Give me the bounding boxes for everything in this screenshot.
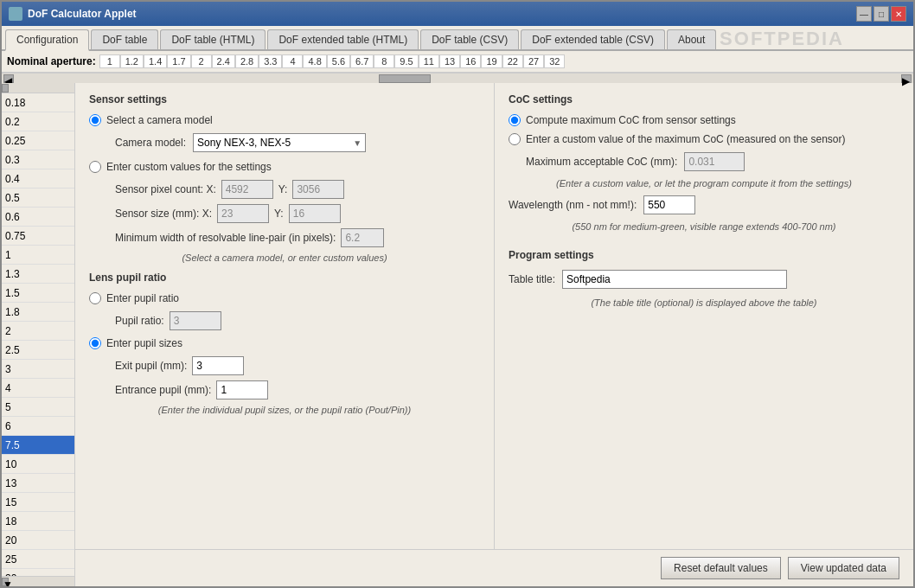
tab-configuration[interactable]: Configuration: [5, 29, 89, 51]
sidebar-row-13[interactable]: 1.3: [2, 265, 74, 284]
sidebar-row-5[interactable]: 5: [2, 398, 74, 417]
view-updated-button[interactable]: View updated data: [788, 557, 899, 579]
aperture-1[interactable]: 1: [99, 54, 120, 68]
aperture-33[interactable]: 3.3: [259, 54, 282, 68]
entrance-pupil-row: Entrance pupil (mm):: [115, 380, 480, 399]
aperture-27[interactable]: 27: [523, 54, 544, 68]
reset-button[interactable]: Reset default values: [661, 557, 781, 579]
sidebar-row-04[interactable]: 0.4: [2, 169, 74, 189]
tab-dof-extended-csv[interactable]: DoF extended table (CSV): [521, 29, 665, 49]
sidebar-row-75[interactable]: 7.5: [2, 436, 74, 455]
sidebar-vscroll-bottom[interactable]: ▼: [2, 576, 74, 586]
aperture-32[interactable]: 32: [544, 54, 565, 68]
sidebar-row-25b[interactable]: 25: [2, 550, 74, 569]
aperture-14[interactable]: 1.4: [144, 54, 167, 68]
camera-model-value: Sony NEX-3, NEX-5: [197, 137, 291, 149]
sidebar-row-20[interactable]: 20: [2, 531, 74, 550]
close-button[interactable]: ✕: [891, 6, 906, 22]
radio-custom-sensor[interactable]: [89, 161, 101, 173]
sidebar-row-18[interactable]: 1.8: [2, 303, 74, 322]
camera-model-combo[interactable]: Sony NEX-3, NEX-5 ▼: [193, 133, 366, 152]
entrance-pupil-input[interactable]: [216, 380, 268, 399]
aperture-67[interactable]: 6.7: [350, 54, 374, 68]
aperture-24[interactable]: 2.4: [212, 54, 235, 68]
sidebar-row-10[interactable]: 10: [2, 455, 74, 474]
sidebar-row-03[interactable]: 0.3: [2, 150, 74, 169]
sidebar-row-18b[interactable]: 18: [2, 512, 74, 531]
tab-about[interactable]: About: [667, 29, 716, 49]
aperture-28[interactable]: 2.8: [235, 54, 259, 68]
sidebar-row-075[interactable]: 0.75: [2, 227, 74, 246]
sidebar-hscroll-thumb[interactable]: [2, 84, 9, 93]
tab-dof-table-csv[interactable]: DoF table (CSV): [420, 29, 519, 49]
pixel-count-y-input[interactable]: [292, 180, 344, 199]
radio-custom-coc[interactable]: [509, 133, 521, 145]
pupil-note: (Enter the individual pupil sizes, or th…: [89, 405, 480, 415]
hscroll-left-btn[interactable]: ◀: [3, 74, 14, 83]
sidebar-row-30[interactable]: 30: [2, 569, 74, 576]
sidebar-row-6[interactable]: 6: [2, 417, 74, 436]
aperture-2[interactable]: 2: [191, 54, 212, 68]
aperture-19[interactable]: 19: [481, 54, 502, 68]
sidebar-row-15b[interactable]: 15: [2, 493, 74, 512]
aperture-12[interactable]: 1.2: [120, 54, 144, 68]
table-title-input[interactable]: [562, 270, 787, 289]
sidebar-row-02[interactable]: 0.2: [2, 112, 74, 131]
title-bar: DoF Calculator Applet — □ ✕: [2, 2, 913, 26]
sidebar-row-018[interactable]: 0.18: [2, 93, 74, 112]
pupil-ratio-input[interactable]: [170, 311, 221, 330]
sidebar-row-06[interactable]: 0.6: [2, 208, 74, 227]
radio-camera-model[interactable]: [89, 114, 101, 126]
pixel-count-x-input[interactable]: [221, 180, 273, 199]
wavelength-input[interactable]: [643, 195, 695, 214]
sidebar-row-05[interactable]: 0.5: [2, 189, 74, 208]
tab-dof-table-html[interactable]: DoF table (HTML): [160, 29, 266, 49]
min-width-input[interactable]: [341, 228, 384, 247]
window-title: DoF Calculator Applet: [28, 8, 137, 20]
sensor-size-y-label: Y:: [274, 208, 284, 220]
aperture-56[interactable]: 5.6: [327, 54, 350, 68]
sidebar-row-2[interactable]: 2: [2, 322, 74, 341]
sidebar-row-3[interactable]: 3: [2, 360, 74, 379]
sidebar-row-25[interactable]: 2.5: [2, 341, 74, 360]
aperture-17[interactable]: 1.7: [167, 54, 190, 68]
sidebar-hscroll[interactable]: [2, 83, 74, 93]
aperture-22[interactable]: 22: [502, 54, 523, 68]
tab-dof-extended-html[interactable]: DoF extended table (HTML): [267, 29, 419, 49]
aperture-16[interactable]: 16: [460, 54, 481, 68]
radio-custom-label: Enter custom values for the settings: [106, 161, 272, 173]
sidebar-row-1[interactable]: 1: [2, 246, 74, 265]
sensor-size-x-input[interactable]: [217, 204, 269, 223]
max-coc-row: Maximum acceptable CoC (mm):: [526, 152, 899, 171]
sidebar-row-025[interactable]: 0.25: [2, 131, 74, 150]
sensor-size-y-input[interactable]: [289, 204, 341, 223]
exit-pupil-input[interactable]: [192, 356, 244, 375]
aperture-8[interactable]: 8: [374, 54, 394, 68]
aperture-48[interactable]: 4.8: [303, 54, 326, 68]
aperture-13[interactable]: 13: [439, 54, 460, 68]
lens-pupil-section: Lens pupil ratio Enter pupil ratio Pupil…: [89, 272, 480, 415]
sidebar-row-13b[interactable]: 13: [2, 474, 74, 493]
max-coc-input[interactable]: [684, 152, 745, 171]
config-area: Sensor settings Select a camera model Ca…: [75, 83, 913, 586]
radio-compute-coc[interactable]: [509, 114, 521, 126]
radio-pupil-ratio[interactable]: [89, 292, 101, 304]
tab-dof-table[interactable]: DoF table: [91, 29, 158, 49]
aperture-hscrollbar[interactable]: ◀ ▶: [2, 73, 913, 83]
radio-custom-row: Enter custom values for the settings: [89, 161, 480, 173]
sidebar-vscroll-btn[interactable]: ▼: [2, 578, 9, 586]
radio-pupil-sizes-label: Enter pupil sizes: [106, 337, 182, 349]
camera-model-label: Camera model:: [115, 137, 186, 149]
sidebar-scroll[interactable]: 0.18 0.2 0.25 0.3 0.4 0.5 0.6 0.75 1 1.3…: [2, 93, 74, 576]
sidebar-row-4[interactable]: 4: [2, 379, 74, 398]
radio-pupil-sizes[interactable]: [89, 337, 101, 349]
config-panels: Sensor settings Select a camera model Ca…: [75, 83, 913, 549]
aperture-4[interactable]: 4: [282, 54, 303, 68]
maximize-button[interactable]: □: [873, 6, 889, 22]
sidebar-row-15[interactable]: 1.5: [2, 284, 74, 303]
hscroll-thumb[interactable]: [379, 74, 431, 83]
aperture-95[interactable]: 9.5: [394, 54, 418, 68]
hscroll-right-btn[interactable]: ▶: [901, 74, 912, 83]
aperture-11[interactable]: 11: [419, 54, 439, 68]
minimize-button[interactable]: —: [856, 6, 872, 22]
